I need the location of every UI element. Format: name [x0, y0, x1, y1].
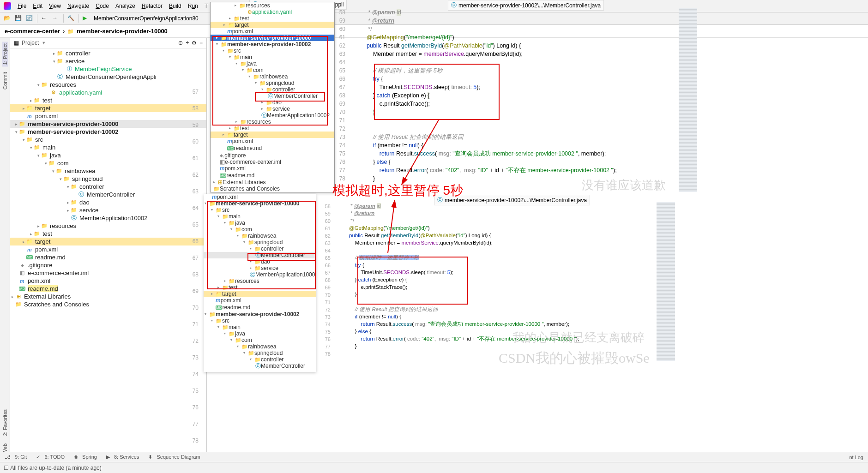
menu-edit[interactable]: Edit [30, 2, 45, 10]
tree-node-dao[interactable]: ▸dao [10, 198, 206, 206]
build-icon[interactable]: 🔨 [67, 15, 75, 22]
menu-refactor[interactable]: Refactor [139, 2, 165, 10]
code-editor-1[interactable]: * @param id * @return */ @GetMapping("/m… [367, 8, 681, 183]
tree-node-readme2[interactable]: readme.md [10, 285, 206, 293]
tree-node-resources2[interactable]: ▸resources [10, 222, 206, 230]
annotation-text: 模拟超时,这里暂停 5秒 [332, 182, 463, 199]
overlay-tree-10002[interactable]: ▸resources application.yaml ▸test ▸targe… [210, 2, 335, 192]
tree-node-main[interactable]: ▾main [10, 144, 206, 151]
save-icon[interactable]: 💾 [15, 15, 22, 22]
tree-node-eciml[interactable]: e-commerce-center.iml [10, 269, 206, 277]
tab-todo[interactable]: ✓ 6: TODO [33, 453, 70, 461]
tree-node-pom3[interactable]: pom.xml [10, 277, 206, 285]
tree-node-service2[interactable]: ▸service [10, 206, 206, 214]
bottom-tool-tabs: ⎇ 9: Git ✓ 6: TODO ❀ Spring ▶ 8: Service… [0, 452, 868, 462]
sidebar-tab-project[interactable]: 1: Project [2, 42, 8, 66]
tree-node-resources[interactable]: ▾resources [10, 81, 206, 89]
tree-node-consumer-app[interactable]: MemberConsumerOpenfeignAppli [10, 73, 206, 81]
gutter-e2: 5859606162636465666768697071727374757677… [318, 202, 333, 357]
tree-node-controller2[interactable]: ▾controller [10, 183, 206, 191]
tree-node-app10002[interactable]: MemberApplication10002 [10, 214, 206, 222]
tab-spring[interactable]: ❀ Spring [71, 453, 102, 461]
breadcrumb-root[interactable]: e-commerce-center [5, 28, 60, 35]
menu-more[interactable]: T [202, 2, 211, 10]
tree-node-readme[interactable]: readme.md [10, 253, 206, 261]
overlay-tree-10000[interactable]: pom.xml ▾member-service-provider-10000 ▾… [204, 194, 316, 372]
project-tool-window: ▦ Project ▼ ⊙ ÷ ⚙ − ▸controller ▾service… [10, 38, 207, 455]
run-config-name[interactable]: MemberConsumerOpenfeignApplication80 [94, 15, 199, 22]
chevron-right-icon: › [63, 28, 65, 35]
minimap-2[interactable] [657, 202, 675, 361]
tree-node-test[interactable]: ▸test [10, 96, 206, 104]
tab-git[interactable]: ⎇ 9: Git [2, 453, 32, 461]
menu-build[interactable]: Build [166, 2, 184, 10]
left-tool-strip: 1: Project Commit 2: Favorites Web [0, 38, 10, 455]
breadcrumb-module[interactable]: member-service-provider-10000 [77, 28, 168, 35]
collapse-icon[interactable]: ÷ [186, 40, 189, 46]
tab-label: member-service-provider-10002\...\Member… [458, 2, 601, 9]
gutter-bg: 5758596061626364656667686970717273747576… [186, 88, 201, 473]
tree-node-springcloud[interactable]: ▾springcloud [10, 175, 206, 183]
locate-icon[interactable]: ⊙ [178, 40, 183, 46]
tree-node-com[interactable]: ▾com [10, 159, 206, 167]
sidebar-tab-commit[interactable]: Commit [2, 70, 8, 91]
menu-view[interactable]: View [46, 2, 64, 10]
tree-node-test2[interactable]: ▸test [10, 230, 206, 238]
project-tree[interactable]: ▸controller ▾service MemberFeignService … [10, 48, 206, 455]
folder-icon [67, 28, 74, 35]
tab-sequence[interactable]: ⬍ Sequence Diagram [145, 453, 205, 461]
app-logo-icon [4, 2, 11, 10]
tree-node-extlib[interactable]: ▸External Libraries [10, 293, 206, 300]
tree-node-msp10002[interactable]: ▾member-service-provider-10002 [10, 128, 206, 136]
tree-node-target[interactable]: ▸target [10, 104, 206, 112]
open-icon[interactable]: 📂 [4, 15, 11, 22]
tree-node-gitignore[interactable]: .gitignore [10, 261, 206, 269]
tree-node-service[interactable]: ▾service [10, 57, 206, 65]
tree-node-pom[interactable]: pom.xml [10, 112, 206, 120]
tree-node-src[interactable]: ▾src [10, 136, 206, 144]
tab-eventlog[interactable]: nt Log [846, 454, 866, 461]
gutter-e1: 5859606162636465666768697071727374757677… [332, 8, 348, 183]
chevron-down-icon[interactable]: ▼ [42, 41, 46, 45]
menu-analyze[interactable]: Analyze [113, 2, 138, 10]
status-message: All files are up-to-date (a minute ago) [10, 465, 101, 471]
minimap-1[interactable] [679, 8, 697, 192]
code-editor-2[interactable]: * @param id * @return */ @GetMapping("/m… [349, 202, 672, 350]
tree-node-scratch[interactable]: Scratches and Consoles [10, 300, 206, 308]
hide-icon[interactable]: − [199, 40, 203, 46]
menu-navigate[interactable]: Navigate [65, 2, 92, 10]
tree-node-rainbowsea[interactable]: ▾rainbowsea [10, 167, 206, 175]
menu-run[interactable]: Run [185, 2, 201, 10]
tree-node-app-yaml[interactable]: application.yaml [10, 89, 206, 96]
tree-node-target2[interactable]: ▸target [10, 238, 206, 245]
tree-node-controller[interactable]: ▸controller [10, 49, 206, 57]
gear-icon[interactable]: ⚙ [192, 40, 197, 46]
tree-node-member-controller[interactable]: MemberController [10, 191, 206, 198]
status-icon: ☐ [4, 465, 9, 471]
project-title[interactable]: Project [22, 40, 39, 46]
sync-icon[interactable]: 🔄 [26, 15, 33, 22]
back-icon[interactable]: ← [41, 15, 48, 22]
sidebar-tab-favorites[interactable]: 2: Favorites [2, 407, 8, 437]
forward-icon[interactable]: → [52, 15, 60, 22]
tree-node-pom2[interactable]: pom.xml [10, 245, 206, 253]
menu-code[interactable]: Code [93, 2, 112, 10]
status-bar: ☐ All files are up-to-date (a minute ago… [0, 462, 868, 473]
menu-file[interactable]: FFileile [15, 2, 29, 10]
run-config-icon[interactable]: ▶ [83, 15, 90, 22]
tree-node-msp10000[interactable]: ▸member-service-provider-10000 [10, 120, 206, 128]
tree-node-java[interactable]: ▾java [10, 151, 206, 159]
tab-services[interactable]: ▶ 8: Services [103, 453, 145, 461]
tree-node-feign[interactable]: MemberFeignService [10, 65, 206, 73]
project-icon: ▦ [14, 40, 19, 46]
